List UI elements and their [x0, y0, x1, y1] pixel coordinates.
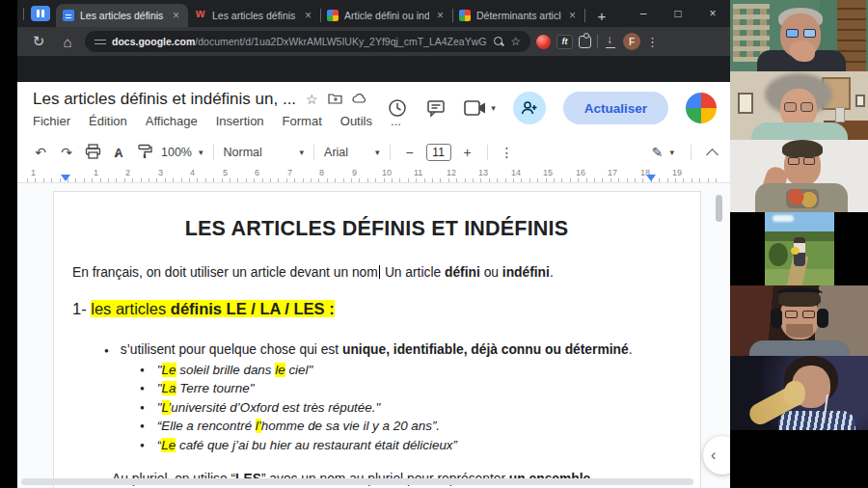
participant-video-4[interactable] — [730, 212, 868, 285]
ruler-number: 10 — [382, 168, 392, 177]
hide-menus-icon[interactable] — [706, 149, 719, 161]
tab-docs[interactable]: Les articles définis et i × — [56, 4, 188, 27]
ruler-number: 8 — [319, 168, 324, 177]
menu-insertion[interactable]: Insertion — [216, 114, 264, 128]
site-settings-icon[interactable] — [95, 37, 106, 46]
url-text: docs.google.com/document/d/1ua2DxWkrAMLW… — [112, 36, 487, 47]
tab-title: Déterminants articles — [476, 10, 561, 21]
ruler-number: 15 — [543, 168, 553, 177]
cloud-status-icon[interactable] — [352, 92, 367, 107]
tab-close-icon[interactable]: × — [171, 9, 181, 22]
wordreference-icon — [195, 10, 206, 21]
increase-font-icon[interactable]: + — [458, 145, 477, 160]
url-input[interactable]: docs.google.com/document/d/1ua2DxWkrAMLW… — [85, 31, 530, 52]
doc-section-heading: 1- les articles définis LE / LA / LES : — [72, 300, 681, 318]
tab-close-icon[interactable]: × — [567, 9, 578, 22]
pinned-tab-icon[interactable] — [31, 6, 50, 21]
right-indent-marker[interactable] — [646, 175, 656, 181]
tab-title: Les articles définis et i — [212, 10, 297, 21]
share-add-person-button[interactable] — [513, 92, 546, 124]
browser-menu-icon[interactable]: ⋮ — [646, 35, 659, 49]
ruler-number: 12 — [447, 168, 456, 177]
tab-strip-divider — [23, 8, 24, 20]
participant-video-1[interactable] — [730, 0, 868, 71]
doc-bullet: s’utilisent pour quelque chose qui est u… — [72, 342, 681, 359]
move-folder-icon[interactable] — [328, 92, 342, 107]
paint-format-icon[interactable] — [135, 144, 154, 162]
doc-paragraph-intro: En français, on doit utiliser un article… — [72, 265, 681, 280]
menu-edition[interactable]: Édition — [89, 114, 127, 128]
toolbar-more-icon[interactable]: ⋮ — [498, 145, 517, 160]
participant-video-3[interactable] — [730, 140, 868, 212]
undo-icon[interactable]: ↶ — [31, 145, 50, 160]
editing-mode-select[interactable]: ✎▾ — [652, 145, 674, 160]
address-bar-row: ↻ ⌂ docs.google.com/document/d/1ua2DxWkr… — [17, 27, 730, 56]
tab-wordreference[interactable]: Les articles définis et i × — [188, 4, 320, 27]
home-icon[interactable]: ⌂ — [56, 34, 79, 50]
tab-determinants[interactable]: Déterminants articles × — [452, 4, 584, 27]
ruler-number: 19 — [672, 168, 682, 177]
tab-title: Les articles définis et i — [80, 10, 165, 21]
browser-profile-avatar[interactable]: F — [623, 33, 640, 50]
document-title[interactable]: Les articles définis et indéfinis un, ..… — [33, 90, 296, 109]
ruler-number: 2 — [125, 168, 130, 177]
bookmark-star-icon[interactable]: ☆ — [510, 35, 521, 48]
adblock-extension-icon[interactable] — [536, 35, 551, 49]
ruler-number: 1 — [31, 168, 36, 177]
zoom-icon[interactable] — [493, 36, 504, 47]
ruler-number: 14 — [511, 168, 521, 177]
ft-extension-icon[interactable]: ft — [556, 35, 573, 49]
minimize-button[interactable]: – — [626, 0, 661, 27]
ruler-number: 9 — [352, 168, 357, 177]
menu-affichage[interactable]: Affichage — [146, 114, 198, 128]
participant-video-5[interactable] — [730, 285, 868, 356]
indent-marker[interactable] — [61, 175, 70, 181]
doc-example: "L’université d’Oxford est très réputée.… — [72, 400, 681, 416]
document-page[interactable]: LES ARTICLES DÉFINIS ET INDÉFINIS En fra… — [53, 191, 701, 488]
google-docs-icon — [63, 10, 74, 21]
print-icon[interactable] — [83, 144, 102, 162]
collapse-panel-button[interactable]: ‹ — [703, 436, 730, 474]
tab-close-icon[interactable]: × — [435, 9, 446, 22]
new-tab-button[interactable]: + — [590, 4, 613, 27]
font-select[interactable]: Arial▾ — [324, 146, 380, 159]
doc-example: "Le soleil brille dans le ciel" — [72, 363, 681, 378]
comments-icon[interactable] — [425, 97, 447, 119]
close-button[interactable]: × — [695, 0, 730, 27]
bookmarks-bar — [17, 56, 730, 82]
participant-video-6[interactable] — [730, 356, 868, 430]
doc-heading: LES ARTICLES DÉFINIS ET INDÉFINIS — [72, 217, 681, 241]
zoom-select[interactable]: 100%▾ — [161, 146, 203, 159]
menu-fichier[interactable]: Fichier — [33, 114, 70, 128]
spellcheck-icon[interactable]: A✓ — [109, 146, 128, 160]
screen: Les articles définis et i × Les articles… — [0, 0, 868, 488]
star-icon[interactable]: ☆ — [306, 92, 318, 107]
menu-format[interactable]: Format — [283, 114, 322, 128]
ruler-number: 3 — [158, 168, 163, 177]
horizontal-scrollbar[interactable] — [21, 478, 693, 485]
reload-icon[interactable]: ↻ — [27, 33, 50, 50]
browser-window: Les articles définis et i × Les articles… — [17, 0, 730, 488]
account-avatar[interactable] — [686, 93, 717, 123]
tabs: Les articles définis et i × Les articles… — [56, 4, 584, 27]
participant-video-2[interactable] — [730, 71, 868, 140]
google-docs-app: Les articles définis et indéfinis un, ..… — [17, 82, 730, 488]
tab-close-icon[interactable]: × — [303, 9, 313, 22]
decrease-font-icon[interactable]: − — [400, 145, 420, 160]
tab-article-defini[interactable]: Article défini ou indéfi × — [320, 4, 452, 27]
redo-icon[interactable]: ↷ — [57, 145, 76, 160]
menu-outils[interactable]: Outils — [340, 114, 372, 128]
downloads-icon[interactable] — [604, 35, 617, 48]
actualiser-button[interactable]: Actualiser — [563, 92, 668, 124]
ruler-number: 16 — [576, 168, 585, 177]
maximize-button[interactable]: □ — [661, 0, 695, 27]
color-grid-icon — [327, 10, 339, 21]
extensions-puzzle-icon[interactable] — [579, 36, 591, 48]
font-size-input[interactable]: 11 — [426, 144, 451, 161]
meet-button[interactable]: ▾ — [464, 99, 496, 117]
vertical-scrollbar[interactable] — [716, 195, 722, 222]
window-controls: – □ × — [626, 0, 730, 27]
version-history-icon[interactable] — [387, 97, 408, 119]
doc-example: “Le café que j’ai bu hier au restaurant … — [72, 438, 681, 453]
paragraph-style-select[interactable]: Normal▾ — [224, 146, 305, 159]
